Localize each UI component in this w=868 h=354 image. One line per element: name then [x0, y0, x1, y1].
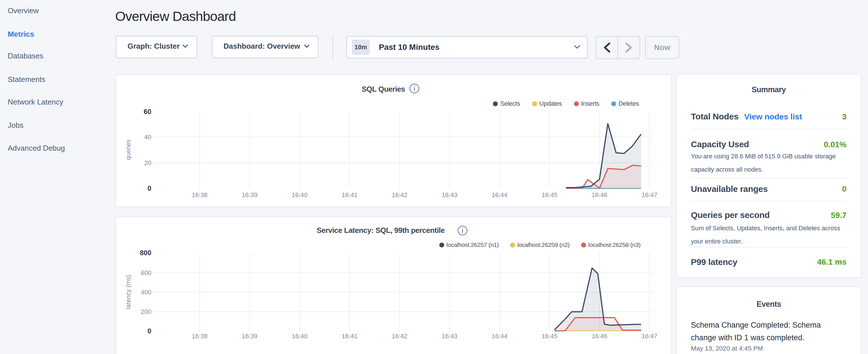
svg-text:16:38: 16:38	[192, 332, 208, 340]
svg-text:16:44: 16:44	[492, 191, 507, 198]
svg-text:400: 400	[141, 289, 151, 296]
svg-text:16:47: 16:47	[642, 332, 657, 340]
svg-text:latency (ms): latency (ms)	[125, 275, 132, 309]
svg-text:queries: queries	[125, 139, 132, 160]
svg-text:16:44: 16:44	[492, 332, 507, 340]
svg-text:40: 40	[145, 133, 151, 141]
svg-text:16:46: 16:46	[591, 191, 607, 198]
svg-text:16:41: 16:41	[342, 332, 358, 340]
svg-text:16:47: 16:47	[642, 191, 657, 198]
svg-text:16:38: 16:38	[192, 191, 208, 198]
svg-text:0: 0	[148, 327, 151, 335]
svg-text:16:41: 16:41	[342, 191, 358, 198]
svg-text:16:40: 16:40	[292, 332, 308, 340]
svg-text:200: 200	[141, 308, 151, 315]
svg-text:16:45: 16:45	[541, 332, 557, 340]
svg-text:16:42: 16:42	[392, 191, 407, 198]
svg-text:16:43: 16:43	[442, 332, 457, 340]
svg-text:16:46: 16:46	[591, 332, 607, 340]
svg-text:16:42: 16:42	[392, 332, 407, 340]
svg-text:16:45: 16:45	[541, 191, 557, 198]
svg-text:16:43: 16:43	[442, 191, 457, 198]
svg-text:60: 60	[144, 108, 151, 116]
svg-text:16:40: 16:40	[292, 191, 308, 198]
svg-text:16:39: 16:39	[242, 191, 257, 198]
svg-text:0: 0	[148, 185, 151, 192]
svg-text:16:39: 16:39	[242, 332, 257, 340]
svg-text:800: 800	[140, 249, 151, 257]
svg-text:600: 600	[141, 269, 151, 277]
svg-text:20: 20	[145, 159, 151, 166]
